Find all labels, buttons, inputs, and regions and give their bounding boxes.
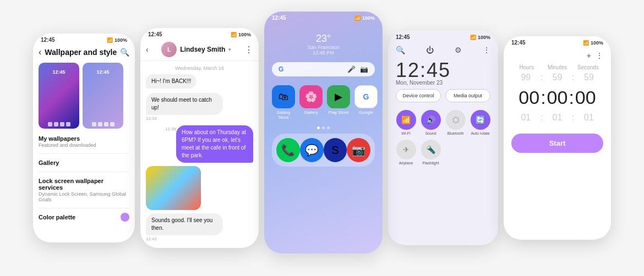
- lens-icon[interactable]: 📷: [360, 65, 368, 73]
- qs-tile-flashlight[interactable]: 🔦 Flashlight: [421, 140, 441, 165]
- qs-tile-wifi[interactable]: 📶 Wi-Fi: [396, 110, 416, 135]
- app-label-galaxy-store: Galaxy Store: [272, 110, 295, 120]
- timer-scroll-top-m[interactable]: 59: [543, 73, 572, 82]
- app-google[interactable]: G Google: [354, 85, 378, 120]
- weather-time: 12:45 PM: [264, 50, 383, 56]
- back-button-1[interactable]: ‹: [39, 47, 41, 57]
- timer-colon-2: :: [569, 87, 574, 108]
- app-play-store[interactable]: ▶ Play Store: [327, 85, 350, 120]
- timer-scroll-bot-m[interactable]: 01: [543, 113, 572, 123]
- timer-scroll-bot-s[interactable]: 01: [574, 113, 603, 123]
- voice-search-icon[interactable]: 🎤: [347, 65, 356, 73]
- status-bar-2: 12:45 📶 100%: [140, 28, 259, 38]
- search-icon-1[interactable]: 🔍: [120, 48, 129, 57]
- status-icons-5: 📶 100%: [583, 40, 603, 46]
- qs-tile-autorotate[interactable]: 🔄 Auto rotate: [470, 110, 490, 135]
- timer-minutes[interactable]: 00: [547, 87, 568, 108]
- app-dock: 📞 💬 S 📷: [272, 134, 375, 167]
- timer-scroll-top-s[interactable]: 59: [574, 73, 603, 82]
- signal-icon-1: 📶: [107, 37, 113, 43]
- avatar: L: [161, 42, 177, 57]
- qs-clock: 12:45: [388, 59, 498, 82]
- timer-scroll-top-h[interactable]: 99: [511, 73, 541, 82]
- qs-tiles-row1: 📶 Wi-Fi 🔊 Sound ⬡ Bluetooth 🔄 Auto rotat…: [388, 106, 498, 140]
- battery-4: 100%: [478, 35, 490, 40]
- qs-power-icon[interactable]: ⏻: [426, 46, 434, 54]
- image-bubble: [146, 166, 201, 210]
- contact-info[interactable]: L Lindsey Smith ▾: [161, 42, 231, 57]
- bubble-received-2: We should meet to catch up!: [146, 93, 223, 115]
- qs-tile-empty2: [470, 140, 490, 165]
- color-palette-row[interactable]: Color palette: [33, 211, 135, 224]
- qs-more-icon[interactable]: ⋮: [483, 46, 490, 54]
- list-item-mywallpapers[interactable]: My wallpapers Featured and downloaded: [33, 132, 135, 151]
- phone-wallpaper: 12:45 📶 100% ‹ Wallpaper and style 🔍 12:…: [33, 34, 135, 242]
- device-control-button[interactable]: Device control: [396, 89, 441, 102]
- dot-3: [327, 126, 330, 129]
- dock-phone[interactable]: 📞: [276, 138, 300, 162]
- message-bubble-2: We should meet to catch up! 12:34: [140, 92, 259, 122]
- qs-tile-sound[interactable]: 🔊 Sound: [421, 110, 441, 135]
- dock-camera[interactable]: 📷: [347, 138, 370, 162]
- timer-add-icon[interactable]: +: [587, 51, 591, 60]
- dot-2: [322, 126, 325, 129]
- qs-tile-empty1: [445, 140, 466, 165]
- flashlight-tile-icon: 🔦: [421, 140, 441, 159]
- app-icon-gallery: 🌸: [299, 85, 323, 108]
- wp-time-2: 12:45: [96, 69, 109, 75]
- timer-colon-1: :: [541, 87, 545, 108]
- list-item-title-gallery: Gallery: [39, 159, 129, 166]
- home-search-bar[interactable]: G 🎤 📷: [272, 62, 375, 76]
- app-label-play-store: Play Store: [329, 110, 349, 115]
- timer-more-icon[interactable]: ⋮: [596, 51, 603, 60]
- status-icons-1: 📶 100%: [107, 37, 127, 43]
- list-item-lockscreen[interactable]: Lock screen wallpaper services Dynamic L…: [33, 174, 135, 206]
- dock-samsung[interactable]: S: [324, 138, 347, 162]
- weather-temp: 23°: [264, 33, 383, 45]
- app-gallery[interactable]: 🌸 Gallery: [299, 85, 323, 120]
- media-output-button[interactable]: Media output: [445, 89, 490, 102]
- qs-settings-icon[interactable]: ⚙: [455, 46, 462, 54]
- bubble-time-4: 12:42: [146, 236, 253, 241]
- qs-tile-airplane[interactable]: ✈ Airplane: [396, 140, 416, 165]
- dot-1: [317, 126, 320, 129]
- bluetooth-tile-icon: ⬡: [446, 110, 466, 130]
- app-galaxy-store[interactable]: 🛍 Galaxy Store: [272, 85, 295, 120]
- timer-scroll-bot-h[interactable]: 01: [511, 113, 541, 123]
- bluetooth-tile-label: Bluetooth: [447, 131, 464, 135]
- list-item-gallery[interactable]: Gallery: [33, 156, 135, 169]
- contact-name: Lindsey Smith: [180, 46, 225, 53]
- wallpaper-header: ‹ Wallpaper and style 🔍: [33, 44, 135, 59]
- status-time-4: 12:45: [396, 34, 410, 40]
- qs-tiles-row2: ✈ Airplane 🔦 Flashlight: [388, 140, 498, 169]
- timer-hours[interactable]: 00: [519, 87, 539, 108]
- qs-tile-bluetooth[interactable]: ⬡ Bluetooth: [445, 110, 466, 135]
- message-header: ‹ L Lindsey Smith ▾ ⋮: [140, 38, 259, 61]
- message-bubble-1: Hi~! I'm BACK!!!: [140, 73, 259, 90]
- start-button[interactable]: Start: [511, 134, 603, 153]
- app-icon-google: G: [354, 85, 378, 108]
- airplane-tile-icon: ✈: [396, 140, 416, 159]
- contact-chevron: ▾: [228, 47, 231, 52]
- signal-icon-5: 📶: [583, 40, 589, 46]
- more-options-button[interactable]: ⋮: [244, 45, 253, 55]
- color-dot: [121, 213, 129, 222]
- qs-search-icon[interactable]: 🔍: [396, 46, 405, 54]
- signal-icon-4: 📶: [470, 35, 476, 40]
- timer-labels: Hours Minutes Seconds: [504, 60, 611, 70]
- sound-tile-label: Sound: [425, 131, 436, 135]
- timer-seconds[interactable]: 00: [575, 87, 596, 108]
- messages-back-button[interactable]: ‹: [146, 45, 149, 54]
- dock-messages[interactable]: 💬: [300, 138, 324, 162]
- weather-widget: 23° San Francisco 12:45 PM: [264, 22, 383, 58]
- color-palette-title: Color palette: [39, 214, 75, 220]
- list-item-sub-mywallpapers: Featured and downloaded: [39, 142, 129, 148]
- timer-label-minutes: Minutes: [542, 64, 573, 70]
- wallpaper-thumb-1[interactable]: 12:45: [39, 63, 79, 129]
- status-time-3: 12:45: [272, 15, 286, 21]
- qs-control-buttons: Device control Media output: [388, 86, 498, 106]
- status-time-1: 12:45: [41, 37, 55, 43]
- status-bar-4: 12:45 📶 100%: [388, 31, 498, 41]
- app-label-google: Google: [359, 110, 373, 115]
- wallpaper-thumb-2[interactable]: 12:45: [83, 63, 123, 129]
